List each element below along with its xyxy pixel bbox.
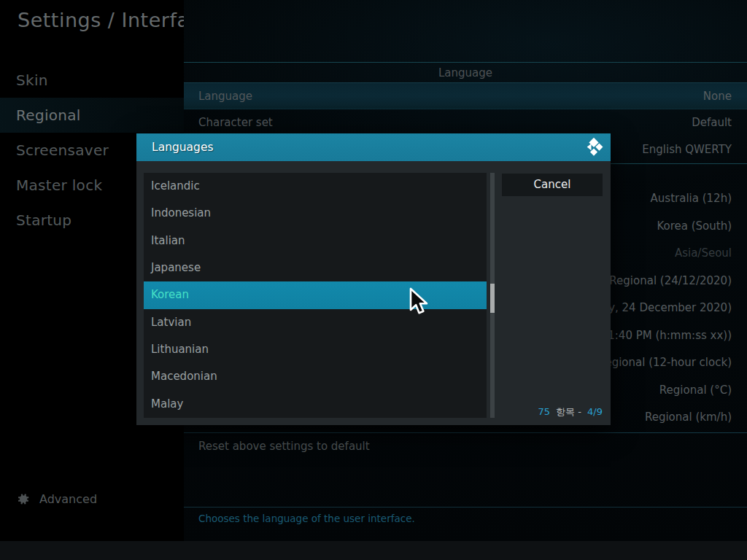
language-option[interactable]: Macedonian [144, 363, 487, 390]
language-option[interactable]: Malay [144, 391, 487, 418]
setting-value: English QWERTY [642, 136, 732, 163]
setting-value: Australia (12h) [651, 185, 732, 212]
language-option[interactable]: Lithuanian [144, 336, 487, 363]
settings-level-toggle[interactable]: Advanced [16, 492, 97, 506]
setting-value: egional (12-hour clock) [605, 349, 732, 376]
bottom-bar [0, 541, 747, 560]
mouse-cursor [409, 287, 430, 319]
kodi-settings-screen: Settings / Interface 2:42 PM Skin Region… [0, 0, 747, 560]
kodi-logo-icon [584, 137, 604, 158]
dialog-header: Languages [136, 133, 611, 161]
language-option[interactable]: Japanese [144, 254, 487, 281]
dialog-title: Languages [152, 133, 214, 161]
dialog-scrollbar[interactable] [490, 173, 495, 418]
setting-value: Regional (°C) [659, 377, 732, 404]
reset-settings-button[interactable]: Reset above settings to default [184, 432, 747, 459]
gear-icon [16, 492, 30, 506]
sidebar-item-skin[interactable]: Skin [0, 63, 184, 98]
language-option[interactable]: Latvian [144, 309, 487, 336]
language-option-selected[interactable]: Korean [144, 281, 487, 308]
setting-description: Chooses the language of the user interfa… [184, 507, 747, 524]
section-header-language: Language [184, 62, 747, 82]
item-count-label: 75 항목 - 4/9 [538, 405, 603, 419]
language-option[interactable]: Italian [144, 228, 487, 254]
setting-value: Asia/Seoul [675, 240, 732, 267]
language-option[interactable]: Indonesian [144, 200, 487, 227]
item-count-page: 4/9 [587, 406, 603, 417]
setting-value: 1:40 PM (h:mm:ss xx)) [608, 322, 732, 349]
language-list: Icelandic Indonesian Italian Japanese Ko… [144, 173, 487, 418]
setting-value: Regional (24/12/2020) [609, 268, 732, 295]
scrollbar-thumb[interactable] [490, 284, 495, 313]
setting-label: Character set [198, 109, 273, 136]
item-count-text: 항목 - [556, 406, 581, 417]
language-option[interactable]: Icelandic [144, 173, 487, 200]
advanced-label: Advanced [39, 492, 97, 506]
setting-value: Korea (South) [657, 213, 732, 240]
item-count-total: 75 [538, 406, 550, 417]
setting-value: Default [692, 109, 732, 136]
setting-row-character-set[interactable]: Character set Default [184, 109, 747, 136]
setting-row-language[interactable]: Language None [184, 82, 747, 109]
setting-label: Language [198, 83, 252, 110]
setting-value: Regional (km/h) [645, 404, 732, 431]
setting-value: y, 24 December 2020) [608, 295, 732, 322]
languages-dialog: Languages Icelandic Indonesian Italian J… [136, 133, 611, 425]
sidebar-item-regional[interactable]: Regional [0, 98, 184, 133]
setting-value: None [703, 83, 732, 110]
cancel-button[interactable]: Cancel [502, 174, 603, 196]
